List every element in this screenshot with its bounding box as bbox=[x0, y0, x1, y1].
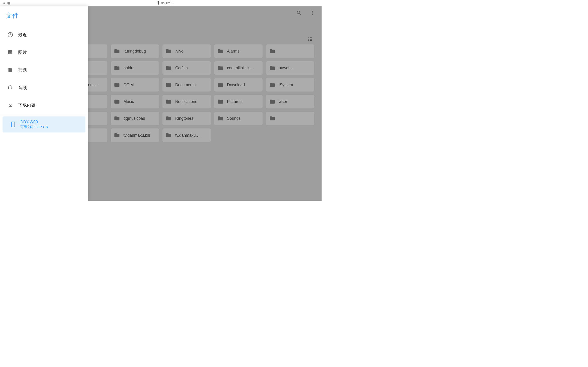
svg-point-4 bbox=[312, 11, 313, 12]
folder-icon bbox=[114, 99, 120, 105]
folder-icon bbox=[217, 99, 224, 105]
folder-item[interactable]: Catfish bbox=[162, 61, 211, 75]
folder-icon bbox=[166, 65, 172, 71]
status-time: 6:52 bbox=[166, 1, 173, 5]
tablet-icon bbox=[10, 121, 16, 127]
headphones-icon bbox=[8, 85, 13, 90]
folder-item[interactable]: qqmusicpad bbox=[111, 111, 159, 125]
svg-rect-0 bbox=[8, 2, 10, 4]
folder-icon bbox=[166, 48, 172, 54]
svg-rect-2 bbox=[162, 3, 163, 4]
folder-icon bbox=[217, 65, 224, 71]
folder-icon bbox=[269, 48, 275, 54]
folder-item[interactable]: Download bbox=[214, 78, 263, 92]
folder-icon bbox=[217, 82, 224, 88]
download-icon bbox=[8, 102, 13, 108]
folder-item[interactable]: baidu bbox=[111, 61, 159, 75]
svg-rect-8 bbox=[310, 37, 312, 38]
battery-icon bbox=[161, 1, 165, 5]
drawer-item-label: 视频 bbox=[18, 67, 27, 73]
folder-icon bbox=[217, 115, 224, 121]
folder-icon bbox=[166, 132, 172, 138]
more-icon[interactable] bbox=[310, 10, 315, 16]
drawer-item-audio[interactable]: 音频 bbox=[0, 79, 88, 96]
svg-rect-11 bbox=[309, 40, 309, 41]
folder-icon bbox=[114, 65, 120, 71]
device-name: DBY-W09 bbox=[20, 120, 48, 124]
drawer-item-label: 下载内容 bbox=[18, 102, 36, 108]
image-icon bbox=[8, 50, 13, 55]
folder-item[interactable]: .turingdebug bbox=[111, 44, 159, 58]
divider bbox=[0, 115, 88, 115]
wifi-icon bbox=[2, 1, 6, 5]
folder-item[interactable]: Ringtones bbox=[162, 111, 211, 125]
folder-item[interactable]: tv.danmaku.bili bbox=[111, 128, 159, 142]
svg-rect-13 bbox=[8, 50, 12, 54]
svg-rect-12 bbox=[310, 40, 312, 41]
folder-icon bbox=[269, 65, 275, 71]
hms-icon bbox=[7, 1, 10, 5]
folder-icon bbox=[114, 82, 120, 88]
folder-icon bbox=[114, 48, 120, 54]
folder-icon bbox=[269, 82, 275, 88]
drawer-item-label: 最近 bbox=[18, 32, 27, 38]
folder-icon bbox=[166, 99, 172, 105]
folder-item[interactable]: Alarms bbox=[214, 44, 263, 58]
folder-item[interactable]: wser bbox=[266, 94, 315, 108]
drawer-item-images[interactable]: 图片 bbox=[0, 44, 88, 61]
bluetooth-icon bbox=[156, 1, 160, 5]
video-icon bbox=[8, 67, 13, 73]
folder-item[interactable]: uawei.… bbox=[266, 61, 315, 75]
drawer-item-label: 音频 bbox=[18, 84, 27, 90]
folder-icon bbox=[166, 82, 172, 88]
status-bar: 6:52 bbox=[0, 0, 176, 6]
folder-item[interactable]: Music bbox=[111, 94, 159, 108]
svg-rect-15 bbox=[11, 122, 15, 127]
clock-icon bbox=[8, 32, 13, 37]
folder-item[interactable]: .vivo bbox=[162, 44, 211, 58]
drawer-title: 文件 bbox=[0, 6, 88, 23]
folder-icon bbox=[269, 115, 275, 121]
folder-icon bbox=[269, 99, 275, 105]
folder-item[interactable]: tv.danmaku.… bbox=[162, 128, 211, 142]
folder-icon bbox=[114, 132, 120, 138]
svg-rect-7 bbox=[309, 37, 309, 38]
folder-icon bbox=[166, 115, 172, 121]
folder-item[interactable] bbox=[266, 44, 315, 58]
folder-item[interactable]: com.bilibili.c… bbox=[214, 61, 263, 75]
folder-item[interactable]: iSystem bbox=[266, 78, 315, 92]
folder-item[interactable]: Documents bbox=[162, 78, 211, 92]
svg-rect-9 bbox=[309, 39, 309, 40]
drawer-item-videos[interactable]: 视频 bbox=[0, 61, 88, 79]
svg-rect-3 bbox=[164, 3, 164, 3]
svg-point-5 bbox=[312, 12, 313, 13]
list-view-icon bbox=[308, 37, 313, 42]
drawer-device-item[interactable]: DBY-W09 可用空间：227 GB bbox=[2, 117, 86, 133]
svg-rect-10 bbox=[310, 39, 312, 40]
folder-item[interactable] bbox=[266, 111, 315, 125]
drawer-item-recent[interactable]: 最近 bbox=[0, 26, 88, 44]
folder-item[interactable]: DCIM bbox=[111, 78, 159, 92]
folder-item[interactable]: Sounds bbox=[214, 111, 263, 125]
drawer-item-label: 图片 bbox=[18, 49, 27, 55]
folder-item[interactable]: Notifications bbox=[162, 94, 211, 108]
navigation-drawer: 文件 最近 图片 视频 音频 下载内容 bbox=[0, 6, 88, 201]
drawer-item-downloads[interactable]: 下载内容 bbox=[0, 96, 88, 114]
svg-point-6 bbox=[312, 14, 313, 15]
folder-icon bbox=[217, 48, 224, 54]
folder-item[interactable]: Pictures bbox=[214, 94, 263, 108]
folder-icon bbox=[114, 115, 120, 121]
search-icon[interactable] bbox=[296, 10, 302, 16]
device-space: 可用空间：227 GB bbox=[20, 125, 48, 129]
